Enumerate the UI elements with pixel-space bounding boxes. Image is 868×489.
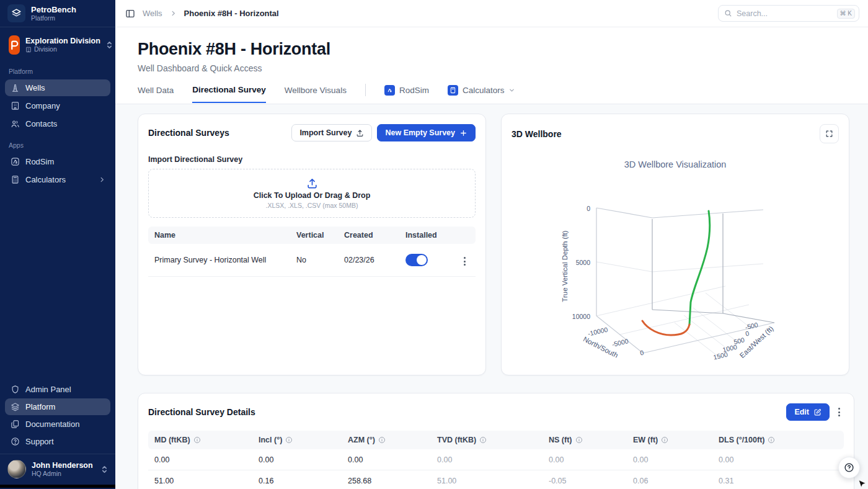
main-area: Wells Phoenix #8H - Horizontal ⌘ K Phoen… [115,0,868,489]
derrick-icon [10,83,20,92]
survey-name-cell: Primary Survey - Horizontal Well [148,244,290,277]
sidebar-item-label: Platform [25,402,55,411]
ew-cell: 0.06 [627,470,712,489]
survey-details-card: Directional Survey Details Edit MD (ftKB… [138,393,854,489]
breadcrumb-parent[interactable]: Wells [143,9,162,18]
topbar: Wells Phoenix #8H - Horizontal ⌘ K [115,0,868,27]
building-icon [25,47,32,53]
org-logo-icon [9,35,20,55]
sidebar-item-label: Contacts [25,119,57,128]
card-menu-kebab-icon[interactable] [835,405,844,419]
chevron-right-icon [170,10,177,17]
sidebar-item-label: Company [25,101,60,110]
sidebar-item-wells[interactable]: Wells [5,79,110,96]
section-label-apps: Apps [0,133,115,153]
svg-text:0: 0 [745,330,750,338]
survey-details-table: MD (ftKB) Incl (°) AZM (°) TVD (ftKB) NS… [148,431,844,489]
chevron-updown-icon [101,465,108,473]
row-menu-kebab-icon[interactable] [460,254,469,268]
sidebar-item-label: Documentation [25,419,79,429]
col-header-ns: NS (ft) [542,431,627,449]
md-cell: 0.00 [148,449,252,470]
dls-cell: 0.31 [712,470,844,489]
brand-header: PetroBench Platform [0,0,115,27]
sidebar-item-support[interactable]: Support [5,433,110,450]
sidebar-item-company[interactable]: Company [5,97,110,114]
sidebar-toggle-icon[interactable] [125,9,135,19]
col-header-dls: DLS (°/100ft) [712,431,844,449]
dls-cell: 0.00 [712,449,844,470]
col-header-name: Name [148,227,290,244]
import-survey-button[interactable]: Import Survey [291,124,372,141]
user-menu[interactable]: John Henderson HQ Admin [0,454,115,485]
sidebar-bottom-strip [0,485,115,488]
sidebar: PetroBench Platform Exploration Division… [0,0,115,489]
rodsim-app-icon [384,85,395,96]
expand-button[interactable] [820,124,839,143]
survey-created-cell: 02/23/26 [338,244,399,277]
info-icon [768,436,775,444]
upload-icon [306,177,318,189]
search-shortcut-badge: ⌘ K [837,9,855,19]
import-section-label: Import Directional Survey [138,148,485,169]
incl-cell: 0.16 [252,470,342,489]
search-input[interactable] [737,9,833,18]
edit-button[interactable]: Edit [786,403,830,421]
ew-cell: 0.00 [627,449,712,470]
tab-well-data[interactable]: Well Data [138,86,174,102]
plus-icon [459,129,467,137]
directional-surveys-card: Directional Surveys Import Survey New Em… [138,114,486,375]
info-icon [575,436,583,444]
brand-subtitle: Platform [31,14,76,22]
card-title: 3D Wellbore [512,129,562,139]
azm-cell: 258.68 [342,470,431,489]
sidebar-item-calculators[interactable]: Calculators [5,171,110,188]
sidebar-item-documentation[interactable]: Documentation [5,416,110,433]
documents-icon [10,419,20,429]
help-button[interactable] [838,457,860,478]
sidebar-item-label: Wells [25,83,45,92]
table-row[interactable]: Primary Survey - Horizontal Well No 02/2… [148,244,476,277]
chevron-right-icon [99,176,105,183]
info-icon [479,436,487,444]
sidebar-item-admin-panel[interactable]: Admin Panel [5,381,110,398]
org-switcher[interactable]: Exploration Division Division [5,32,110,58]
tab-calculators[interactable]: Calculators [448,85,516,103]
chevron-updown-icon [106,41,113,49]
tab-wellbore-visuals[interactable]: Wellbore Visuals [285,86,347,102]
sidebar-item-label: Support [25,437,54,446]
tab-directional-survey[interactable]: Directional Survey [192,85,266,103]
help-circle-icon [10,437,20,446]
upload-dropzone[interactable]: Click To Upload Or Drag & Drop .XLSX, .X… [148,169,476,218]
help-circle-icon [844,462,854,473]
table-row[interactable]: 0.00 0.00 0.00 0.00 0.00 0.00 0.00 [148,449,844,470]
sidebar-item-rodsim[interactable]: RodSim [5,153,110,170]
tvd-cell: 51.00 [431,470,542,489]
dropzone-text: Click To Upload Or Drag & Drop [254,191,371,200]
content-area: Directional Surveys Import Survey New Em… [115,104,868,489]
col-header-vertical: Vertical [290,227,338,244]
tab-rodsim[interactable]: RodSim [384,85,429,103]
card-title: Directional Surveys [148,128,229,138]
z-axis-label: True Vertical Depth (ft) [561,230,569,302]
wellbore-3d-plot[interactable]: 3D Wellbore Visualization [502,150,849,373]
svg-text:5000: 5000 [576,259,591,266]
page-subtitle: Well Dashboard & Quick Access [138,63,868,73]
sidebar-item-contacts[interactable]: Contacts [5,115,110,132]
search-box[interactable]: ⌘ K [718,5,859,22]
sidebar-item-label: Admin Panel [25,385,71,394]
rodsim-app-icon [10,157,20,166]
info-icon [378,436,386,444]
calculator-icon [10,175,20,184]
installed-toggle[interactable] [405,254,428,266]
svg-text:-5000: -5000 [611,337,629,348]
sidebar-item-platform[interactable]: Platform [5,398,110,415]
wellbore-3d-card: 3D Wellbore 3D Wellbore Visualization [501,114,849,375]
mouse-cursor [857,479,868,489]
tvd-cell: 0.00 [431,449,542,470]
ns-cell: 0.00 [542,449,627,470]
new-empty-survey-button[interactable]: New Empty Survey [377,124,476,141]
tab-bar: Well Data Directional Survey Wellbore Vi… [138,84,868,104]
md-cell: 51.00 [148,470,252,489]
table-row[interactable]: 51.00 0.16 258.68 51.00 -0.05 0.06 0.31 [148,470,844,489]
